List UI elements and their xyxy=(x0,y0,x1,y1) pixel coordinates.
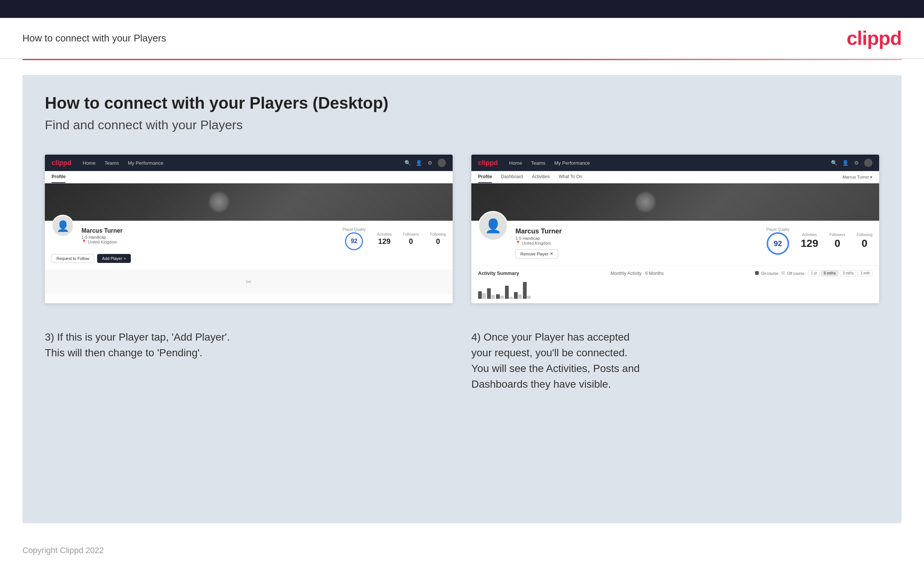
right-nav-myperformance[interactable]: My Performance xyxy=(554,160,590,166)
right-user-icon[interactable]: 👤 xyxy=(842,160,848,166)
bar-chart xyxy=(478,280,872,299)
bar-dark-6 xyxy=(523,282,527,299)
left-activities-label: Activities xyxy=(377,232,392,236)
right-following: Following 0 xyxy=(857,233,872,250)
right-profile-handicap: 1-5 Handicap xyxy=(515,236,759,240)
activity-title: Activity Summary xyxy=(478,271,519,276)
copyright-text: Copyright Clippd 2022 xyxy=(23,546,104,555)
search-icon[interactable]: 🔍 xyxy=(404,160,411,166)
right-settings-icon[interactable]: ⚙ xyxy=(853,160,860,166)
location-icon: 📍 xyxy=(81,239,87,244)
right-app-logo: clippd xyxy=(478,159,498,167)
right-tabs: Profile Dashboard Activities What To On … xyxy=(471,171,879,184)
right-quality-label: Player Quality xyxy=(766,227,790,232)
left-nav-home[interactable]: Home xyxy=(82,160,96,166)
right-profile-row: 👤 Marcus Turner 1-5 Handicap 📍 United Ki… xyxy=(478,226,872,258)
screenshot-right: clippd Home Teams My Performance 🔍 👤 ⚙ P… xyxy=(471,155,879,303)
main-subtitle: Find and connect with your Players xyxy=(45,118,879,132)
left-nav-links: Home Teams My Performance xyxy=(82,160,393,166)
header-divider xyxy=(23,59,901,60)
left-profile-row: 👤 Marcus Turner 1-5 Handicap 📍 United Ki… xyxy=(52,226,446,250)
right-profile-name: Marcus Turner xyxy=(515,227,759,235)
left-profile-buttons: Request to Follow Add Player + xyxy=(52,254,446,263)
description-left-text: 3) If this is your Player tap, 'Add Play… xyxy=(45,329,453,361)
activity-legend: On course Off course xyxy=(755,271,804,276)
bar-light-2 xyxy=(491,295,495,299)
period-buttons: 1 yr 6 mths 3 mths 1 mth xyxy=(808,270,872,276)
right-followers-label: Followers xyxy=(829,233,845,237)
left-hero-image xyxy=(45,184,453,221)
clippd-logo: clippd xyxy=(846,27,901,49)
left-screenshot-bottom: ✂ xyxy=(45,270,453,294)
period-1yr[interactable]: 1 yr xyxy=(808,270,820,276)
left-followers-label: Followers xyxy=(403,232,419,236)
main-content: How to connect with your Players (Deskto… xyxy=(23,75,901,523)
right-avatar-large: 👤 xyxy=(478,211,508,241)
left-quality-label: Player Quality xyxy=(342,227,365,232)
description-right: 4) Once your Player has acceptedyour req… xyxy=(471,322,879,400)
left-profile-handicap: 1-5 Handicap xyxy=(81,235,335,239)
right-activities-label: Activities xyxy=(801,233,818,237)
settings-icon[interactable]: ⚙ xyxy=(426,160,433,166)
period-3mths[interactable]: 3 mths xyxy=(840,270,856,276)
descriptions-row: 3) If this is your Player tap, 'Add Play… xyxy=(45,322,879,400)
tab-profile-left[interactable]: Profile xyxy=(52,171,65,183)
add-player-button[interactable]: Add Player + xyxy=(97,254,131,263)
left-stats-row: Player Quality 92 Activities 129 Followe… xyxy=(342,226,446,250)
request-to-follow-button[interactable]: Request to Follow xyxy=(52,254,94,263)
left-followers: Followers 0 xyxy=(403,232,419,246)
bar-light-5 xyxy=(518,294,522,299)
header: How to connect with your Players clippd xyxy=(0,18,924,59)
marcus-turner-dropdown[interactable]: Marcus Turner ▾ xyxy=(843,175,872,180)
right-activities: Activities 129 xyxy=(801,233,818,250)
left-followers-value: 0 xyxy=(403,237,419,246)
bar-group-3 xyxy=(496,294,504,299)
screenshot-left: clippd Home Teams My Performance 🔍 👤 ⚙ P… xyxy=(45,155,453,303)
right-following-label: Following xyxy=(857,233,872,237)
remove-player-button[interactable]: Remove Player ✕ xyxy=(515,249,558,258)
bar-dark-1 xyxy=(478,291,482,299)
right-avatar[interactable] xyxy=(864,159,872,167)
left-following-value: 0 xyxy=(430,237,446,246)
left-profile-location: 📍 United Kingdom xyxy=(81,239,335,244)
left-activities-value: 129 xyxy=(377,237,392,246)
right-navbar: clippd Home Teams My Performance 🔍 👤 ⚙ xyxy=(471,155,879,171)
activity-controls: On course Off course 1 yr 6 mths 3 mths xyxy=(755,270,872,276)
right-nav-links: Home Teams My Performance xyxy=(509,160,819,166)
tab-what-to-on[interactable]: What To On xyxy=(559,171,582,183)
tab-dashboard[interactable]: Dashboard xyxy=(501,171,523,183)
left-nav-myperformance[interactable]: My Performance xyxy=(128,160,163,166)
off-course-legend: Off course xyxy=(781,271,804,276)
description-left: 3) If this is your Player tap, 'Add Play… xyxy=(45,322,453,400)
screenshots-row: clippd Home Teams My Performance 🔍 👤 ⚙ P… xyxy=(45,155,879,303)
activity-summary: Activity Summary Monthly Activity · 6 Mo… xyxy=(471,265,879,303)
avatar[interactable] xyxy=(438,159,446,167)
on-course-dot xyxy=(755,271,759,275)
left-profile-name: Marcus Turner xyxy=(81,227,335,234)
bar-dark-3 xyxy=(496,294,500,299)
left-following: Following 0 xyxy=(430,232,446,246)
activity-header: Activity Summary Monthly Activity · 6 Mo… xyxy=(478,270,872,276)
right-nav-teams[interactable]: Teams xyxy=(531,160,545,166)
footer: Copyright Clippd 2022 xyxy=(0,538,924,563)
period-1mth[interactable]: 1 mth xyxy=(858,270,872,276)
period-6mths[interactable]: 6 mths xyxy=(821,270,838,276)
left-nav-teams[interactable]: Teams xyxy=(105,160,119,166)
tab-activities[interactable]: Activities xyxy=(532,171,549,183)
plus-icon: + xyxy=(124,256,126,261)
bar-dark-5 xyxy=(514,292,518,299)
bar-group-1 xyxy=(478,291,486,299)
scissors-icon: ✂ xyxy=(246,277,252,287)
bar-dark-4 xyxy=(505,286,509,299)
right-tabs-left: Profile Dashboard Activities What To On xyxy=(478,171,582,183)
right-quality-circle: 92 xyxy=(767,232,789,255)
left-profile-info: Marcus Turner 1-5 Handicap 📍 United King… xyxy=(81,226,335,244)
bar-light-6 xyxy=(527,296,531,299)
left-nav-icons: 🔍 👤 ⚙ xyxy=(404,159,446,167)
tab-profile-right[interactable]: Profile xyxy=(478,171,492,183)
right-nav-home[interactable]: Home xyxy=(509,160,522,166)
right-search-icon[interactable]: 🔍 xyxy=(830,160,837,166)
person-icon: 👤 xyxy=(57,220,69,232)
user-icon[interactable]: 👤 xyxy=(415,160,422,166)
right-following-value: 0 xyxy=(857,237,872,250)
